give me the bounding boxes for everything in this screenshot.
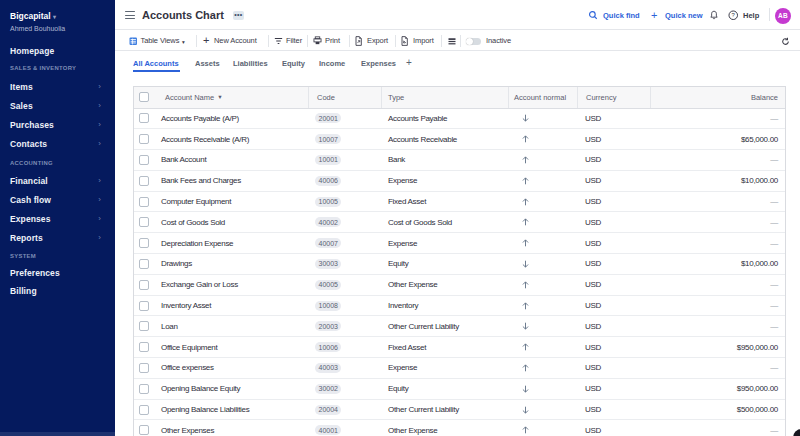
svg-text:?: ? [732, 12, 736, 18]
